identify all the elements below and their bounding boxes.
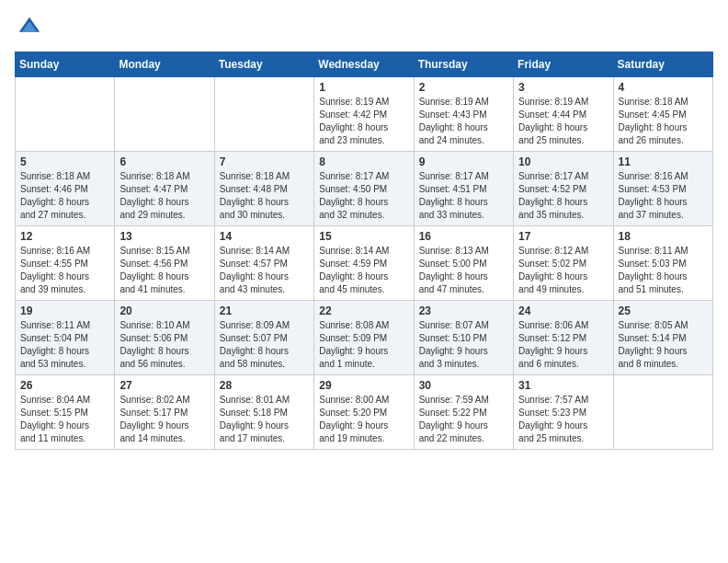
day-info: Sunrise: 8:06 AM Sunset: 5:12 PM Dayligh…	[518, 319, 608, 371]
day-info: Sunrise: 8:18 AM Sunset: 4:45 PM Dayligh…	[619, 96, 708, 147]
calendar-cell: 4Sunrise: 8:18 AM Sunset: 4:45 PM Daylig…	[613, 77, 712, 152]
calendar-cell: 9Sunrise: 8:17 AM Sunset: 4:51 PM Daylig…	[414, 152, 513, 226]
day-number: 23	[419, 304, 508, 317]
calendar-cell	[613, 375, 712, 450]
day-info: Sunrise: 8:18 AM Sunset: 4:48 PM Dayligh…	[220, 170, 309, 222]
day-info: Sunrise: 8:07 AM Sunset: 5:10 PM Dayligh…	[419, 319, 508, 371]
calendar-cell: 17Sunrise: 8:12 AM Sunset: 5:02 PM Dayli…	[514, 226, 613, 301]
day-number: 12	[20, 230, 109, 243]
day-info: Sunrise: 7:59 AM Sunset: 5:22 PM Dayligh…	[419, 394, 508, 445]
day-number: 7	[220, 155, 309, 168]
day-number: 19	[20, 304, 109, 317]
day-number: 17	[518, 230, 608, 243]
calendar-cell: 25Sunrise: 8:05 AM Sunset: 5:14 PM Dayli…	[613, 301, 712, 375]
calendar-cell: 3Sunrise: 8:19 AM Sunset: 4:44 PM Daylig…	[514, 77, 613, 152]
calendar-cell: 29Sunrise: 8:00 AM Sunset: 5:20 PM Dayli…	[314, 375, 414, 450]
day-info: Sunrise: 8:14 AM Sunset: 4:59 PM Dayligh…	[319, 245, 408, 296]
day-info: Sunrise: 8:11 AM Sunset: 5:04 PM Dayligh…	[20, 319, 109, 371]
day-info: Sunrise: 8:04 AM Sunset: 5:15 PM Dayligh…	[20, 394, 109, 445]
calendar-cell: 20Sunrise: 8:10 AM Sunset: 5:06 PM Dayli…	[115, 301, 214, 375]
day-info: Sunrise: 8:17 AM Sunset: 4:50 PM Dayligh…	[319, 170, 408, 222]
day-number: 5	[20, 155, 109, 168]
day-number: 28	[220, 379, 309, 392]
calendar-cell: 16Sunrise: 8:13 AM Sunset: 5:00 PM Dayli…	[414, 226, 513, 301]
weekday-header-monday: Monday	[115, 52, 214, 77]
day-number: 4	[619, 81, 708, 94]
calendar-cell: 15Sunrise: 8:14 AM Sunset: 4:59 PM Dayli…	[314, 226, 414, 301]
day-info: Sunrise: 8:16 AM Sunset: 4:53 PM Dayligh…	[619, 170, 708, 222]
calendar-cell: 23Sunrise: 8:07 AM Sunset: 5:10 PM Dayli…	[414, 301, 513, 375]
day-info: Sunrise: 8:01 AM Sunset: 5:18 PM Dayligh…	[220, 394, 309, 445]
day-info: Sunrise: 8:05 AM Sunset: 5:14 PM Dayligh…	[619, 319, 708, 371]
day-number: 6	[119, 155, 209, 168]
day-info: Sunrise: 8:19 AM Sunset: 4:42 PM Dayligh…	[319, 96, 408, 147]
weekday-header-wednesday: Wednesday	[314, 52, 414, 77]
weekday-header-sunday: Sunday	[16, 52, 115, 77]
day-info: Sunrise: 8:17 AM Sunset: 4:51 PM Dayligh…	[419, 170, 508, 222]
calendar-cell: 30Sunrise: 7:59 AM Sunset: 5:22 PM Dayli…	[414, 375, 513, 450]
calendar-cell: 1Sunrise: 8:19 AM Sunset: 4:42 PM Daylig…	[314, 77, 414, 152]
calendar-cell: 27Sunrise: 8:02 AM Sunset: 5:17 PM Dayli…	[115, 375, 214, 450]
day-number: 3	[518, 81, 608, 94]
day-info: Sunrise: 8:18 AM Sunset: 4:47 PM Dayligh…	[119, 170, 209, 222]
calendar-cell: 11Sunrise: 8:16 AM Sunset: 4:53 PM Dayli…	[613, 152, 712, 226]
day-info: Sunrise: 8:13 AM Sunset: 5:00 PM Dayligh…	[419, 245, 508, 296]
calendar-cell: 14Sunrise: 8:14 AM Sunset: 4:57 PM Dayli…	[214, 226, 313, 301]
calendar-cell: 19Sunrise: 8:11 AM Sunset: 5:04 PM Dayli…	[16, 301, 115, 375]
day-info: Sunrise: 8:11 AM Sunset: 5:03 PM Dayligh…	[619, 245, 708, 296]
weekday-header-tuesday: Tuesday	[214, 52, 313, 77]
page-header	[15, 15, 713, 44]
day-info: Sunrise: 8:18 AM Sunset: 4:46 PM Dayligh…	[20, 170, 109, 222]
calendar-cell	[16, 77, 115, 152]
day-number: 16	[419, 230, 508, 243]
weekday-header-friday: Friday	[514, 52, 613, 77]
weekday-header-saturday: Saturday	[613, 52, 712, 77]
day-number: 25	[619, 304, 708, 317]
calendar-cell: 18Sunrise: 8:11 AM Sunset: 5:03 PM Dayli…	[613, 226, 712, 301]
calendar-cell: 31Sunrise: 7:57 AM Sunset: 5:23 PM Dayli…	[514, 375, 613, 450]
day-number: 2	[419, 81, 508, 94]
day-number: 26	[20, 379, 109, 392]
day-number: 31	[518, 379, 608, 392]
calendar-cell: 6Sunrise: 8:18 AM Sunset: 4:47 PM Daylig…	[115, 152, 214, 226]
day-info: Sunrise: 8:15 AM Sunset: 4:56 PM Dayligh…	[119, 245, 209, 296]
day-info: Sunrise: 8:19 AM Sunset: 4:43 PM Dayligh…	[419, 96, 508, 147]
day-info: Sunrise: 8:08 AM Sunset: 5:09 PM Dayligh…	[319, 319, 408, 371]
day-info: Sunrise: 8:10 AM Sunset: 5:06 PM Dayligh…	[119, 319, 209, 371]
day-number: 11	[619, 155, 708, 168]
day-info: Sunrise: 8:16 AM Sunset: 4:55 PM Dayligh…	[20, 245, 109, 296]
day-info: Sunrise: 8:14 AM Sunset: 4:57 PM Dayligh…	[220, 245, 309, 296]
calendar-cell: 7Sunrise: 8:18 AM Sunset: 4:48 PM Daylig…	[214, 152, 313, 226]
calendar-cell: 21Sunrise: 8:09 AM Sunset: 5:07 PM Dayli…	[214, 301, 313, 375]
day-info: Sunrise: 8:17 AM Sunset: 4:52 PM Dayligh…	[518, 170, 608, 222]
day-info: Sunrise: 8:00 AM Sunset: 5:20 PM Dayligh…	[319, 394, 408, 445]
calendar-cell: 5Sunrise: 8:18 AM Sunset: 4:46 PM Daylig…	[16, 152, 115, 226]
day-number: 30	[419, 379, 508, 392]
calendar-week-2: 5Sunrise: 8:18 AM Sunset: 4:46 PM Daylig…	[16, 152, 713, 226]
calendar-cell: 2Sunrise: 8:19 AM Sunset: 4:43 PM Daylig…	[414, 77, 513, 152]
day-number: 22	[319, 304, 408, 317]
calendar-week-4: 19Sunrise: 8:11 AM Sunset: 5:04 PM Dayli…	[16, 301, 713, 375]
calendar-cell: 8Sunrise: 8:17 AM Sunset: 4:50 PM Daylig…	[314, 152, 414, 226]
calendar-cell: 28Sunrise: 8:01 AM Sunset: 5:18 PM Dayli…	[214, 375, 313, 450]
calendar-cell: 12Sunrise: 8:16 AM Sunset: 4:55 PM Dayli…	[16, 226, 115, 301]
logo-icon	[17, 15, 42, 40]
day-number: 15	[319, 230, 408, 243]
calendar: SundayMondayTuesdayWednesdayThursdayFrid…	[15, 52, 713, 450]
calendar-cell	[115, 77, 214, 152]
calendar-cell	[214, 77, 313, 152]
logo	[15, 15, 42, 44]
day-info: Sunrise: 8:12 AM Sunset: 5:02 PM Dayligh…	[518, 245, 608, 296]
day-info: Sunrise: 7:57 AM Sunset: 5:23 PM Dayligh…	[518, 394, 608, 445]
weekday-header-thursday: Thursday	[414, 52, 513, 77]
day-info: Sunrise: 8:09 AM Sunset: 5:07 PM Dayligh…	[220, 319, 309, 371]
day-info: Sunrise: 8:19 AM Sunset: 4:44 PM Dayligh…	[518, 96, 608, 147]
calendar-week-1: 1Sunrise: 8:19 AM Sunset: 4:42 PM Daylig…	[16, 77, 713, 152]
day-number: 9	[419, 155, 508, 168]
day-number: 24	[518, 304, 608, 317]
calendar-cell: 24Sunrise: 8:06 AM Sunset: 5:12 PM Dayli…	[514, 301, 613, 375]
calendar-week-5: 26Sunrise: 8:04 AM Sunset: 5:15 PM Dayli…	[16, 375, 713, 450]
calendar-cell: 13Sunrise: 8:15 AM Sunset: 4:56 PM Dayli…	[115, 226, 214, 301]
day-number: 20	[119, 304, 209, 317]
calendar-cell: 10Sunrise: 8:17 AM Sunset: 4:52 PM Dayli…	[514, 152, 613, 226]
